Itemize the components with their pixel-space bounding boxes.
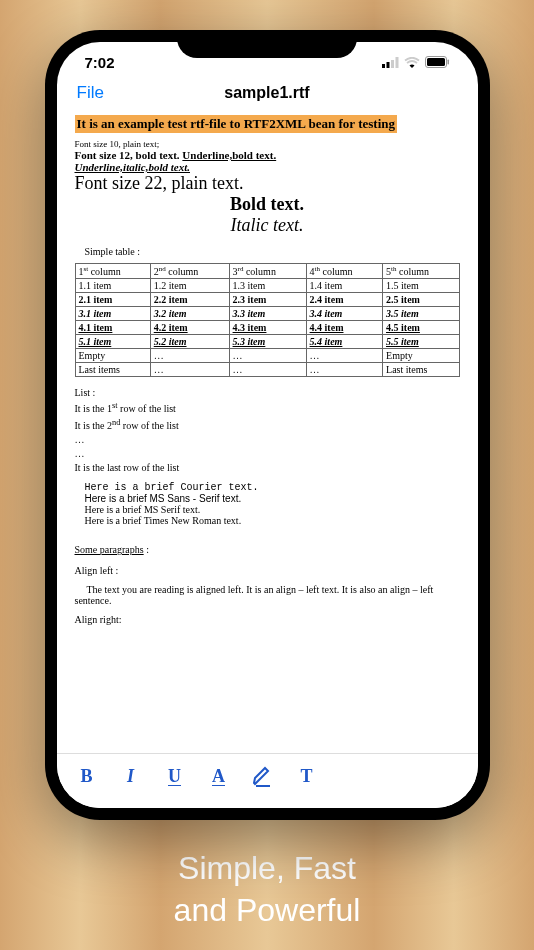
list-row-2: It is the 2nd row of the list — [75, 418, 460, 431]
font12-part-b: Underline,bold text. — [182, 149, 276, 161]
text: row of the list — [120, 420, 178, 431]
svg-rect-0 — [382, 64, 385, 68]
list-ellipsis: … — [75, 448, 460, 459]
text-color-button[interactable]: A — [207, 764, 231, 788]
font12-part-a: Font size 12, bold text. — [75, 149, 183, 161]
sample-table: 1st column 2nd column 3rd column 4th col… — [75, 263, 460, 377]
svg-rect-2 — [391, 60, 394, 68]
signal-icon — [382, 54, 399, 71]
file-button[interactable]: File — [77, 83, 104, 103]
align-left-label: Align left : — [75, 565, 460, 576]
cell: 2.1 item — [75, 293, 150, 307]
svg-rect-5 — [427, 58, 445, 66]
courier-text: Here is a brief Courier text. — [85, 482, 460, 493]
status-time: 7:02 — [85, 54, 115, 71]
some-paragraphs-label: Some paragraphs : — [75, 544, 460, 555]
cell: 1.1 item — [75, 279, 150, 293]
text: row of the list — [118, 404, 176, 415]
text: Some paragraphs — [75, 544, 144, 555]
table-row: 5.1 item5.2 item5.3 item5.4 item5.5 item — [75, 335, 459, 349]
table-row: 2.1 item2.2 item2.3 item2.4 item2.5 item — [75, 293, 459, 307]
cell: 2.2 item — [150, 293, 229, 307]
svg-rect-3 — [395, 57, 398, 68]
svg-rect-6 — [447, 60, 449, 65]
cell: 4.5 item — [383, 321, 459, 335]
italic-text-line: Italic text. — [75, 215, 460, 236]
list-row-1: It is the 1st row of the list — [75, 401, 460, 414]
wifi-icon — [404, 54, 420, 71]
cell: 1.3 item — [229, 279, 306, 293]
text: It is the 2 — [75, 420, 113, 431]
cell: 4.3 item — [229, 321, 306, 335]
cell: 2.5 item — [383, 293, 459, 307]
font12-uib-line: Underline,italic,bold text. — [75, 161, 460, 173]
svg-rect-1 — [386, 62, 389, 68]
bold-button[interactable]: B — [75, 764, 99, 788]
underline-button[interactable]: U — [163, 764, 187, 788]
list-label: List : — [75, 387, 460, 398]
list-last-row: It is the last row of the list — [75, 462, 460, 473]
nav-bar: File sample1.rtf — [57, 75, 478, 111]
cell: 5.4 item — [306, 335, 382, 349]
msserif-text: Here is a brief MS Serif text. — [85, 504, 460, 515]
sans-text: Here is a brief MS Sans - Serif text. — [85, 493, 460, 504]
cell: Empty — [75, 349, 150, 363]
cell: 5.3 item — [229, 335, 306, 349]
table-header-row: 1st column 2nd column 3rd column 4th col… — [75, 264, 459, 279]
doc-heading: It is an example test rtf-file to RTF2XM… — [75, 115, 397, 133]
cell: Empty — [383, 349, 459, 363]
align-left-text: The text you are reading is aligned left… — [75, 584, 460, 606]
text: : — [144, 544, 149, 555]
align-right-label: Align right: — [75, 614, 460, 625]
cell: … — [229, 363, 306, 377]
list-ellipsis: … — [75, 434, 460, 445]
cell: 5.2 item — [150, 335, 229, 349]
header-cell: 5th column — [383, 264, 459, 279]
font12-line: Font size 12, bold text. Underline,bold … — [75, 149, 460, 161]
cell: … — [150, 363, 229, 377]
cell: … — [150, 349, 229, 363]
phone-screen: 7:02 File sample1.rtf It is an example t… — [57, 42, 478, 808]
table-row: Empty………Empty — [75, 349, 459, 363]
simple-table-label: Simple table : — [85, 246, 460, 257]
table-row: Last items………Last items — [75, 363, 459, 377]
cell: 1.2 item — [150, 279, 229, 293]
table-row: 1.1 item1.2 item1.3 item1.4 item1.5 item — [75, 279, 459, 293]
cell: 3.4 item — [306, 307, 382, 321]
cell: … — [306, 349, 382, 363]
font22-line: Font size 22, plain text. — [75, 173, 460, 194]
cell: Last items — [75, 363, 150, 377]
cell: 3.5 item — [383, 307, 459, 321]
tnr-text: Here is a brief Times New Roman text. — [85, 515, 460, 526]
header-cell: 4th column — [306, 264, 382, 279]
document-title: sample1.rtf — [224, 84, 309, 102]
font-button[interactable]: T — [295, 764, 319, 788]
cell: 4.1 item — [75, 321, 150, 335]
cell: … — [306, 363, 382, 377]
document-view[interactable]: It is an example test rtf-file to RTF2XM… — [57, 111, 478, 747]
cell: 3.1 item — [75, 307, 150, 321]
cell: 3.3 item — [229, 307, 306, 321]
table-row: 3.1 item3.2 item3.3 item3.4 item3.5 item — [75, 307, 459, 321]
highlight-button[interactable] — [251, 764, 275, 788]
battery-icon — [425, 54, 450, 71]
italic-button[interactable]: I — [119, 764, 143, 788]
text: It is the 1 — [75, 404, 113, 415]
header-cell: 2nd column — [150, 264, 229, 279]
cell: 1.5 item — [383, 279, 459, 293]
tagline-line-2: and Powerful — [174, 890, 361, 932]
cell: 2.3 item — [229, 293, 306, 307]
cell: 2.4 item — [306, 293, 382, 307]
cell: 5.1 item — [75, 335, 150, 349]
font10-line: Font size 10, plain text; — [75, 139, 460, 149]
cell: 1.4 item — [306, 279, 382, 293]
tagline-line-1: Simple, Fast — [174, 848, 361, 890]
phone-notch — [177, 30, 357, 58]
cell: 4.4 item — [306, 321, 382, 335]
header-cell: 1st column — [75, 264, 150, 279]
bold-text-line: Bold text. — [75, 194, 460, 215]
table-row: 4.1 item4.2 item4.3 item4.4 item4.5 item — [75, 321, 459, 335]
cell: … — [229, 349, 306, 363]
cell: 3.2 item — [150, 307, 229, 321]
cell: 5.5 item — [383, 335, 459, 349]
